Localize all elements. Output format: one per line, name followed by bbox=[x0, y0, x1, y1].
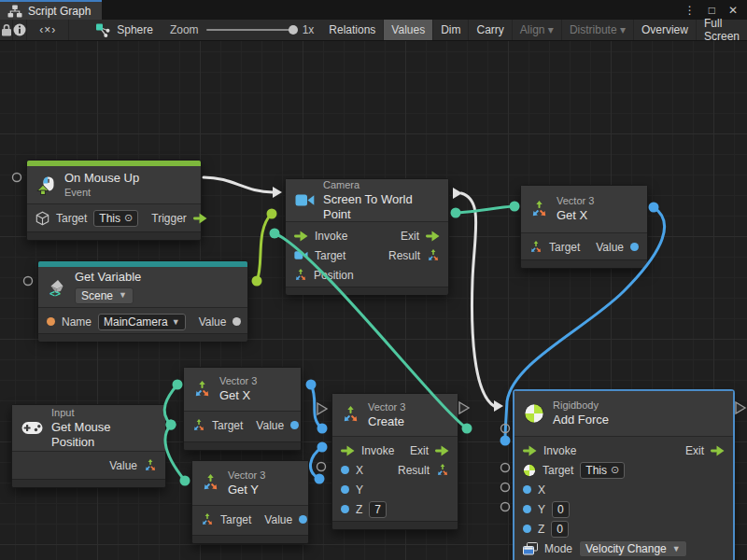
node-add-force[interactable]: RigidbodyAdd ForceInvokeExitTargetThis⊙X… bbox=[514, 390, 734, 560]
node-get-y[interactable]: Vector 3Get YTargetValue bbox=[191, 460, 309, 544]
node-subtitle: Vector 3 bbox=[228, 469, 265, 482]
rigidbody-small-icon bbox=[523, 464, 536, 477]
vector3-icon bbox=[342, 406, 359, 424]
zoom-label: Zoom bbox=[170, 23, 199, 36]
port-dot[interactable] bbox=[299, 515, 307, 524]
value-field[interactable]: This⊙ bbox=[93, 210, 138, 227]
close-icon[interactable]: ✕ bbox=[728, 4, 738, 17]
code-icon: ‹×› bbox=[39, 23, 56, 36]
port-row: TargetValue bbox=[521, 237, 647, 257]
port-dot[interactable] bbox=[47, 317, 55, 326]
arrow-green-icon[interactable] bbox=[294, 231, 308, 242]
vector3-small-icon bbox=[201, 513, 214, 526]
port-dot[interactable] bbox=[523, 505, 531, 513]
zoom-slider-handle[interactable] bbox=[289, 25, 298, 35]
value-field[interactable]: 7 bbox=[369, 501, 387, 518]
arrow-green-icon[interactable] bbox=[435, 445, 449, 456]
node-vector3-create[interactable]: Vector 3CreateInvokeExitXResultYZ7 bbox=[331, 393, 458, 530]
full-screen-button[interactable]: Full Screen bbox=[697, 20, 747, 40]
port-dot[interactable] bbox=[290, 421, 299, 429]
dim-button[interactable]: Dim bbox=[433, 20, 469, 40]
node-title: Screen To World Point bbox=[323, 192, 437, 221]
port-row: InvokeExit bbox=[514, 441, 733, 460]
zoom-slider[interactable] bbox=[206, 29, 295, 31]
port-row: TargetValue bbox=[192, 510, 308, 529]
relations-button[interactable]: Relations bbox=[321, 20, 384, 40]
maximize-icon[interactable]: □ bbox=[709, 4, 715, 17]
port-dot[interactable] bbox=[341, 505, 349, 513]
svg-text:<>: <> bbox=[49, 287, 61, 297]
port-row: XResult bbox=[332, 460, 458, 480]
port-label: Z bbox=[356, 503, 362, 516]
node-get-x-mid[interactable]: Vector 3Get XTargetValue bbox=[183, 367, 302, 451]
port-row: Position bbox=[286, 265, 448, 285]
node-title: Create bbox=[368, 414, 405, 429]
port-row: TargetThis⊙ bbox=[514, 460, 733, 480]
port-label: Result bbox=[398, 464, 430, 477]
node-footer bbox=[192, 535, 308, 543]
lock-button[interactable] bbox=[0, 20, 13, 40]
port-dot[interactable] bbox=[523, 485, 531, 494]
node-get-x-top[interactable]: Vector 3Get XTargetValue bbox=[520, 185, 648, 269]
node-title: Get X bbox=[557, 208, 594, 223]
object-picker-icon[interactable]: ⊙ bbox=[611, 464, 619, 476]
rigidbody-icon bbox=[524, 403, 544, 424]
port-row: Z7 bbox=[332, 499, 458, 519]
port-label: Position bbox=[314, 269, 354, 282]
arrow-green-icon[interactable] bbox=[523, 445, 537, 456]
graph-node-icon bbox=[95, 23, 111, 37]
node-subtitle: Event bbox=[64, 187, 139, 199]
port-row: TargetResult bbox=[286, 245, 448, 265]
port-label: Result bbox=[388, 249, 420, 262]
tab-script-graph[interactable]: Script Graph bbox=[0, 0, 102, 20]
chevron-down-icon: ▼ bbox=[119, 290, 127, 301]
port-dot[interactable] bbox=[523, 525, 531, 533]
port-label: Z bbox=[538, 523, 544, 536]
value-field[interactable]: This⊙ bbox=[580, 462, 625, 479]
node-footer bbox=[27, 231, 201, 240]
vector3-small-icon bbox=[427, 249, 440, 262]
node-get-variable[interactable]: <>Get VariableScene▼NameMainCamera▼Value bbox=[37, 260, 248, 339]
graph-canvas[interactable]: On Mouse UpEventTargetThis⊙Trigger<>Get … bbox=[0, 40, 747, 560]
align-button[interactable]: Align ▾ bbox=[513, 20, 562, 40]
port-row: Value bbox=[12, 455, 165, 475]
node-footer bbox=[38, 333, 247, 342]
chevron-down-icon: ▾ bbox=[620, 23, 626, 36]
port-label: Value bbox=[109, 459, 137, 472]
port-label: Exit bbox=[401, 230, 419, 243]
lock-icon bbox=[1, 23, 12, 36]
port-dot[interactable] bbox=[341, 485, 349, 494]
port-label: Value bbox=[199, 315, 227, 329]
node-screen-to-world-point[interactable]: CameraScreen To World PointInvokeExitTar… bbox=[285, 178, 449, 294]
object-picker-icon[interactable]: ⊙ bbox=[124, 212, 133, 224]
kebab-menu-icon[interactable]: ⋮ bbox=[684, 4, 696, 17]
vector3-small-icon bbox=[529, 241, 543, 254]
overview-button[interactable]: Overview bbox=[634, 20, 697, 40]
graph-toolbar: ‹×› Sphere Zoom 1x Relations Values Dim … bbox=[0, 20, 747, 41]
carry-button[interactable]: Carry bbox=[469, 20, 512, 40]
port-dot[interactable] bbox=[341, 466, 349, 474]
port-dot[interactable] bbox=[630, 243, 639, 251]
arrow-green-icon[interactable] bbox=[426, 231, 440, 242]
dropdown-field[interactable]: MainCamera▼ bbox=[98, 314, 186, 330]
node-on-mouse-up[interactable]: On Mouse UpEventTargetThis⊙Trigger bbox=[26, 160, 202, 241]
value-field[interactable]: 0 bbox=[551, 521, 569, 538]
info-button[interactable] bbox=[13, 20, 27, 40]
graph-reference[interactable]: Sphere bbox=[86, 20, 162, 40]
value-field[interactable]: 0 bbox=[552, 501, 570, 518]
port-dot[interactable] bbox=[233, 317, 241, 326]
distribute-button[interactable]: Distribute ▾ bbox=[562, 20, 634, 40]
arrow-green-icon[interactable] bbox=[193, 213, 207, 224]
enum-icon bbox=[523, 542, 538, 555]
code-view-button[interactable]: ‹×› bbox=[27, 20, 69, 40]
node-get-mouse-position[interactable]: InputGet Mouse PositionValue bbox=[11, 404, 166, 488]
values-button[interactable]: Values bbox=[384, 20, 433, 40]
title-bar: Script Graph ⋮ □ ✕ bbox=[0, 0, 747, 20]
port-label: Invoke bbox=[361, 444, 394, 457]
camera-small-icon bbox=[294, 250, 308, 260]
vector3-small-icon bbox=[436, 464, 449, 477]
dropdown-field[interactable]: Velocity Change▼ bbox=[579, 540, 687, 557]
variable-kind-dropdown[interactable]: Scene▼ bbox=[75, 287, 134, 304]
arrow-green-icon[interactable] bbox=[711, 445, 725, 456]
arrow-green-icon[interactable] bbox=[341, 445, 355, 456]
